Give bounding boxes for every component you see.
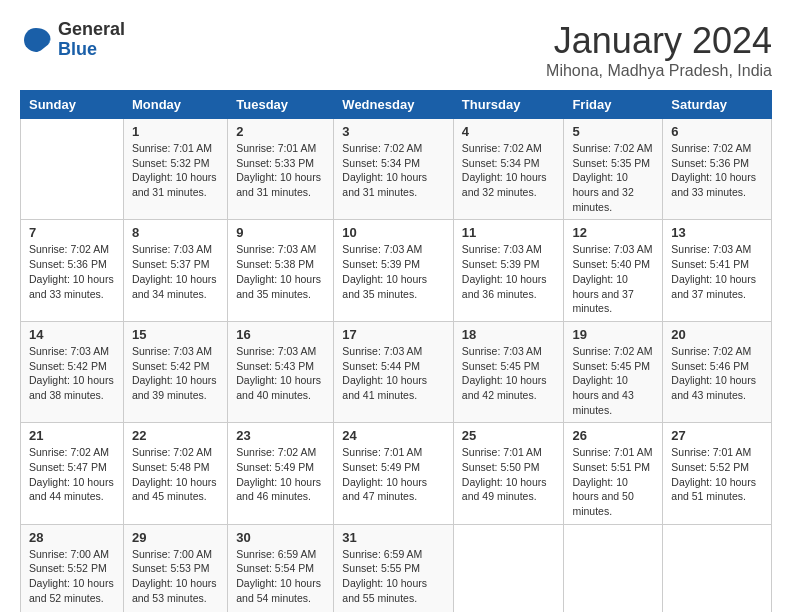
weekday-header-wednesday: Wednesday — [334, 91, 454, 119]
day-number: 4 — [462, 124, 556, 139]
calendar-cell: 18Sunrise: 7:03 AMSunset: 5:45 PMDayligh… — [453, 321, 564, 422]
day-number: 8 — [132, 225, 219, 240]
day-info: Sunrise: 7:02 AMSunset: 5:34 PMDaylight:… — [462, 141, 556, 200]
logo-general-text: General — [58, 20, 125, 40]
calendar-cell: 13Sunrise: 7:03 AMSunset: 5:41 PMDayligh… — [663, 220, 772, 321]
day-info: Sunrise: 7:03 AMSunset: 5:42 PMDaylight:… — [29, 344, 115, 403]
day-info: Sunrise: 7:03 AMSunset: 5:44 PMDaylight:… — [342, 344, 445, 403]
day-number: 25 — [462, 428, 556, 443]
day-info: Sunrise: 7:03 AMSunset: 5:38 PMDaylight:… — [236, 242, 325, 301]
day-number: 28 — [29, 530, 115, 545]
day-number: 14 — [29, 327, 115, 342]
day-number: 22 — [132, 428, 219, 443]
logo-icon — [20, 24, 52, 56]
calendar-cell: 4Sunrise: 7:02 AMSunset: 5:34 PMDaylight… — [453, 119, 564, 220]
day-number: 9 — [236, 225, 325, 240]
day-number: 1 — [132, 124, 219, 139]
location-title: Mihona, Madhya Pradesh, India — [546, 62, 772, 80]
day-number: 15 — [132, 327, 219, 342]
calendar-cell: 30Sunrise: 6:59 AMSunset: 5:54 PMDayligh… — [228, 524, 334, 612]
calendar-cell: 31Sunrise: 6:59 AMSunset: 5:55 PMDayligh… — [334, 524, 454, 612]
calendar-cell: 6Sunrise: 7:02 AMSunset: 5:36 PMDaylight… — [663, 119, 772, 220]
day-info: Sunrise: 7:02 AMSunset: 5:48 PMDaylight:… — [132, 445, 219, 504]
calendar-cell: 21Sunrise: 7:02 AMSunset: 5:47 PMDayligh… — [21, 423, 124, 524]
calendar-cell: 7Sunrise: 7:02 AMSunset: 5:36 PMDaylight… — [21, 220, 124, 321]
calendar-cell: 26Sunrise: 7:01 AMSunset: 5:51 PMDayligh… — [564, 423, 663, 524]
calendar-cell — [663, 524, 772, 612]
day-number: 29 — [132, 530, 219, 545]
calendar-cell: 16Sunrise: 7:03 AMSunset: 5:43 PMDayligh… — [228, 321, 334, 422]
day-info: Sunrise: 7:01 AMSunset: 5:50 PMDaylight:… — [462, 445, 556, 504]
day-number: 12 — [572, 225, 654, 240]
calendar-cell: 28Sunrise: 7:00 AMSunset: 5:52 PMDayligh… — [21, 524, 124, 612]
day-number: 18 — [462, 327, 556, 342]
calendar-cell: 25Sunrise: 7:01 AMSunset: 5:50 PMDayligh… — [453, 423, 564, 524]
calendar-cell: 17Sunrise: 7:03 AMSunset: 5:44 PMDayligh… — [334, 321, 454, 422]
weekday-header-monday: Monday — [123, 91, 227, 119]
weekday-header-sunday: Sunday — [21, 91, 124, 119]
day-info: Sunrise: 7:01 AMSunset: 5:49 PMDaylight:… — [342, 445, 445, 504]
day-info: Sunrise: 6:59 AMSunset: 5:54 PMDaylight:… — [236, 547, 325, 606]
calendar-cell: 14Sunrise: 7:03 AMSunset: 5:42 PMDayligh… — [21, 321, 124, 422]
day-info: Sunrise: 7:02 AMSunset: 5:36 PMDaylight:… — [671, 141, 763, 200]
calendar-cell: 9Sunrise: 7:03 AMSunset: 5:38 PMDaylight… — [228, 220, 334, 321]
day-info: Sunrise: 7:02 AMSunset: 5:36 PMDaylight:… — [29, 242, 115, 301]
day-number: 30 — [236, 530, 325, 545]
day-number: 27 — [671, 428, 763, 443]
logo-text: General Blue — [58, 20, 125, 60]
day-info: Sunrise: 7:02 AMSunset: 5:47 PMDaylight:… — [29, 445, 115, 504]
day-info: Sunrise: 7:03 AMSunset: 5:39 PMDaylight:… — [462, 242, 556, 301]
day-info: Sunrise: 7:02 AMSunset: 5:34 PMDaylight:… — [342, 141, 445, 200]
day-number: 7 — [29, 225, 115, 240]
day-number: 11 — [462, 225, 556, 240]
day-number: 20 — [671, 327, 763, 342]
page-header: General Blue January 2024 Mihona, Madhya… — [20, 20, 772, 80]
calendar-cell — [564, 524, 663, 612]
day-info: Sunrise: 6:59 AMSunset: 5:55 PMDaylight:… — [342, 547, 445, 606]
day-info: Sunrise: 7:03 AMSunset: 5:40 PMDaylight:… — [572, 242, 654, 315]
week-row-1: 1Sunrise: 7:01 AMSunset: 5:32 PMDaylight… — [21, 119, 772, 220]
calendar-cell: 20Sunrise: 7:02 AMSunset: 5:46 PMDayligh… — [663, 321, 772, 422]
calendar-cell: 23Sunrise: 7:02 AMSunset: 5:49 PMDayligh… — [228, 423, 334, 524]
day-number: 3 — [342, 124, 445, 139]
day-info: Sunrise: 7:03 AMSunset: 5:45 PMDaylight:… — [462, 344, 556, 403]
day-info: Sunrise: 7:01 AMSunset: 5:51 PMDaylight:… — [572, 445, 654, 518]
calendar-cell: 2Sunrise: 7:01 AMSunset: 5:33 PMDaylight… — [228, 119, 334, 220]
day-number: 19 — [572, 327, 654, 342]
logo-blue-text: Blue — [58, 40, 125, 60]
calendar-cell: 1Sunrise: 7:01 AMSunset: 5:32 PMDaylight… — [123, 119, 227, 220]
week-row-4: 21Sunrise: 7:02 AMSunset: 5:47 PMDayligh… — [21, 423, 772, 524]
weekday-header-row: SundayMondayTuesdayWednesdayThursdayFrid… — [21, 91, 772, 119]
week-row-3: 14Sunrise: 7:03 AMSunset: 5:42 PMDayligh… — [21, 321, 772, 422]
day-info: Sunrise: 7:00 AMSunset: 5:53 PMDaylight:… — [132, 547, 219, 606]
calendar-table: SundayMondayTuesdayWednesdayThursdayFrid… — [20, 90, 772, 612]
day-info: Sunrise: 7:01 AMSunset: 5:52 PMDaylight:… — [671, 445, 763, 504]
day-number: 16 — [236, 327, 325, 342]
day-number: 26 — [572, 428, 654, 443]
day-number: 6 — [671, 124, 763, 139]
calendar-cell: 22Sunrise: 7:02 AMSunset: 5:48 PMDayligh… — [123, 423, 227, 524]
day-number: 21 — [29, 428, 115, 443]
calendar-cell: 12Sunrise: 7:03 AMSunset: 5:40 PMDayligh… — [564, 220, 663, 321]
day-number: 10 — [342, 225, 445, 240]
calendar-cell — [453, 524, 564, 612]
day-info: Sunrise: 7:02 AMSunset: 5:46 PMDaylight:… — [671, 344, 763, 403]
day-info: Sunrise: 7:03 AMSunset: 5:41 PMDaylight:… — [671, 242, 763, 301]
calendar-cell: 8Sunrise: 7:03 AMSunset: 5:37 PMDaylight… — [123, 220, 227, 321]
day-info: Sunrise: 7:01 AMSunset: 5:33 PMDaylight:… — [236, 141, 325, 200]
day-number: 13 — [671, 225, 763, 240]
month-title: January 2024 — [546, 20, 772, 62]
calendar-cell: 10Sunrise: 7:03 AMSunset: 5:39 PMDayligh… — [334, 220, 454, 321]
week-row-5: 28Sunrise: 7:00 AMSunset: 5:52 PMDayligh… — [21, 524, 772, 612]
day-info: Sunrise: 7:03 AMSunset: 5:42 PMDaylight:… — [132, 344, 219, 403]
calendar-cell: 15Sunrise: 7:03 AMSunset: 5:42 PMDayligh… — [123, 321, 227, 422]
day-number: 24 — [342, 428, 445, 443]
day-number: 2 — [236, 124, 325, 139]
day-info: Sunrise: 7:02 AMSunset: 5:49 PMDaylight:… — [236, 445, 325, 504]
week-row-2: 7Sunrise: 7:02 AMSunset: 5:36 PMDaylight… — [21, 220, 772, 321]
day-info: Sunrise: 7:02 AMSunset: 5:35 PMDaylight:… — [572, 141, 654, 214]
calendar-cell: 5Sunrise: 7:02 AMSunset: 5:35 PMDaylight… — [564, 119, 663, 220]
day-info: Sunrise: 7:03 AMSunset: 5:43 PMDaylight:… — [236, 344, 325, 403]
day-info: Sunrise: 7:00 AMSunset: 5:52 PMDaylight:… — [29, 547, 115, 606]
day-number: 17 — [342, 327, 445, 342]
